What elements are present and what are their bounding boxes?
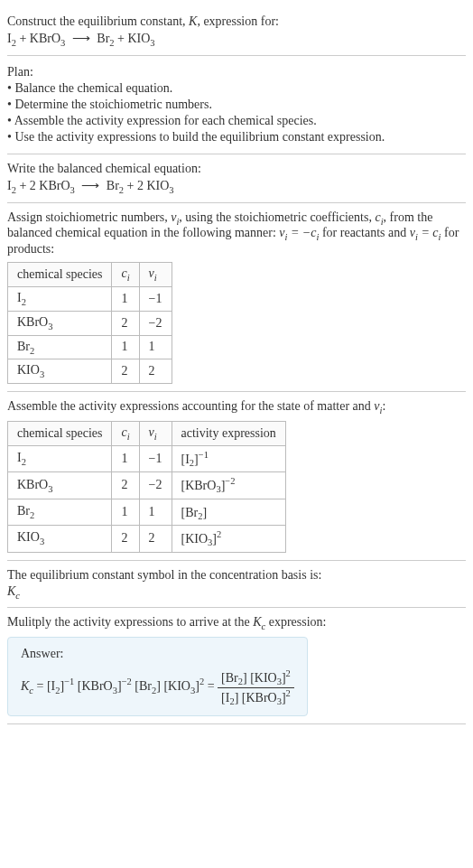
stoich-section: Assign stoichiometric numbers, νi, using… [7,203,466,393]
kc-expression: Kc = [I2]−1 [KBrO3]−2 [Br2] [KIO3]2 = [B… [21,668,294,706]
K-symbol: K [189,14,197,28]
balanced-equation: I2 + 2 KBrO3 ⟶ Br2 + 2 KIO3 [7,178,466,195]
col-activity: activity expression [172,421,285,445]
species-I2: I2 [7,179,16,192]
cell-c: 2 [112,526,139,552]
cell-species: KBrO3 [8,472,112,499]
cell-nu: 1 [139,335,172,359]
term: [KBrO3]−2 [78,679,132,693]
table-header-row: chemical species ci νi activity expressi… [8,421,286,445]
cell-c: 1 [112,286,139,311]
term: [KIO3]2 [163,679,204,693]
species-Br2: Br2 [97,32,114,45]
table-row: Br2 1 1 [Br2] [8,499,286,525]
final-text: Mulitply the activity expressions to arr… [7,615,466,631]
cell-activity: [Br2] [172,499,285,525]
species-I2: I2 [7,32,16,45]
col-species: chemical species [8,421,112,445]
cell-species: I2 [8,445,112,471]
cell-activity: [KIO3]2 [172,526,285,552]
stoich-text: Assign stoichiometric numbers, νi, using… [7,210,466,257]
kc-symbol: Kc [253,615,265,629]
symbol-text: The equilibrium constant symbol in the c… [7,568,466,583]
activity-text: Assemble the activity expressions accoun… [7,399,466,415]
coef: 2 [30,179,40,192]
fraction-numerator: [Br2] [KIO3]2 [218,668,294,687]
balanced-heading: Write the balanced chemical equation: [7,162,466,176]
cell-species: Br2 [8,335,112,359]
cell-species: Br2 [8,499,112,525]
intro-text-b: , expression for: [197,14,279,28]
plan-bullet: • Use the activity expressions to build … [7,130,466,145]
reaction-arrow-icon: ⟶ [81,178,99,193]
table-row: KIO3 2 2 [8,359,172,384]
balanced-section: Write the balanced chemical equation: I2… [7,154,466,203]
activity-section: Assemble the activity expressions accoun… [7,392,466,560]
plan-bullet: • Assemble the activity expression for e… [7,114,466,128]
species-Br2: Br2 [107,179,124,192]
col-nui: νi [139,421,172,445]
table-row: KBrO3 2 −2 [KBrO3]−2 [8,472,286,499]
cell-nu: −2 [139,311,172,335]
reaction-arrow-icon: ⟶ [72,31,90,46]
cell-c: 2 [112,311,139,335]
col-species: chemical species [8,263,112,287]
symbol-section: The equilibrium constant symbol in the c… [7,561,466,609]
col-ci: ci [112,263,139,287]
cell-activity: [KBrO3]−2 [172,472,285,499]
cell-species: KBrO3 [8,311,112,335]
term: [I2]−1 [47,679,74,693]
table-header-row: chemical species ci νi [8,263,172,287]
intro-text-a: Construct the equilibrium constant, [7,14,189,28]
table-row: Br2 1 1 [8,335,172,359]
cell-species: KIO3 [8,526,112,552]
table-row: I2 1 −1 [I2]−1 [8,445,286,471]
cell-c: 2 [112,472,139,499]
cell-nu: −1 [139,445,172,471]
cell-c: 2 [112,359,139,384]
eq-reactant: νi = −ci [279,226,319,239]
kc-symbol: Kc [7,584,466,601]
final-section: Mulitply the activity expressions to arr… [7,608,466,724]
plan-section: Plan: • Balance the chemical equation. •… [7,56,466,154]
plan-heading: Plan: [7,65,466,79]
cell-nu: 2 [139,359,172,384]
answer-box: Answer: Kc = [I2]−1 [KBrO3]−2 [Br2] [KIO… [7,637,308,716]
coef: 2 [137,179,147,192]
unbalanced-equation: I2 + KBrO3 ⟶ Br2 + KIO3 [7,31,466,48]
cell-activity: [I2]−1 [172,445,285,471]
cell-nu: 1 [139,499,172,525]
plan-bullet: • Balance the chemical equation. [7,81,466,96]
intro-line: Construct the equilibrium constant, K, e… [7,14,466,29]
cell-c: 1 [112,445,139,471]
table-row: KBrO3 2 −2 [8,311,172,335]
cell-c: 1 [112,499,139,525]
cell-c: 1 [112,335,139,359]
species-KBrO3: KBrO3 [39,179,74,192]
nu-symbol: νi [171,210,179,224]
cell-nu: −1 [139,286,172,311]
fraction: [Br2] [KIO3]2 [I2] [KBrO3]2 [218,668,294,706]
species-KBrO3: KBrO3 [30,32,65,45]
cell-species: KIO3 [8,359,112,384]
activity-table: chemical species ci νi activity expressi… [7,421,286,553]
species-KIO3: KIO3 [127,32,154,45]
intro-section: Construct the equilibrium constant, K, e… [7,7,466,56]
fraction-denominator: [I2] [KBrO3]2 [218,688,294,706]
table-row: KIO3 2 2 [KIO3]2 [8,526,286,552]
cell-species: I2 [8,286,112,311]
plan-bullet: • Determine the stoichiometric numbers. [7,98,466,112]
stoich-table: chemical species ci νi I2 1 −1 KBrO3 2 −… [7,262,172,384]
col-nui: νi [139,263,172,287]
col-ci: ci [112,421,139,445]
term: [Br2] [134,679,161,693]
cell-nu: 2 [139,526,172,552]
cell-nu: −2 [139,472,172,499]
species-KIO3: KIO3 [146,179,173,192]
c-symbol: ci [375,210,383,224]
table-row: I2 1 −1 [8,286,172,311]
answer-label: Answer: [21,647,294,661]
eq-product: νi = ci [410,226,441,239]
